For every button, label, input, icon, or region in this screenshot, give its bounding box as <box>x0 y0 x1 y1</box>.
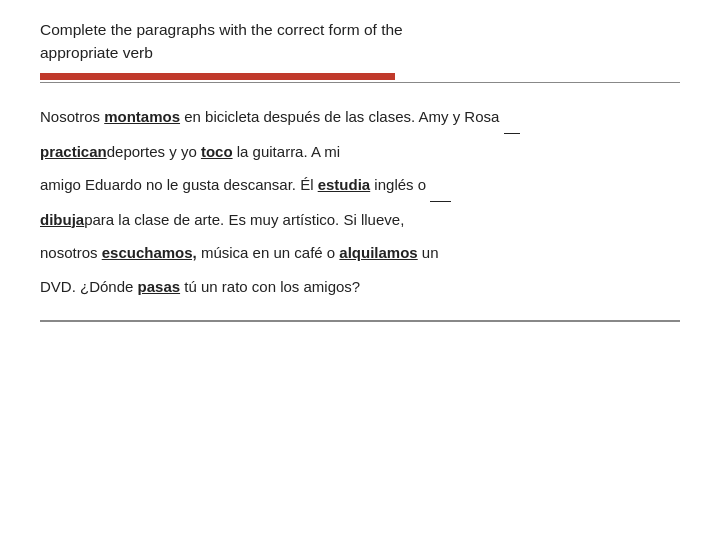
text-amigo: amigo Eduardo no le gusta descansar. Él <box>40 176 318 193</box>
blank-dibuja-pre <box>430 169 451 202</box>
paragraph-line-5: nosotros escuchamos, música en un café o… <box>40 237 680 269</box>
answer-pasas: pasas <box>138 278 181 295</box>
paragraph-line-2: practicandeportes y yo toco la guitarra.… <box>40 136 680 168</box>
text-un: un <box>418 244 439 261</box>
text-musica: música en un café o <box>197 244 340 261</box>
page-container: Complete the paragraphs with the correct… <box>0 0 720 540</box>
content-area: Nosotros montamos en bicicleta después d… <box>40 101 680 302</box>
title-line1: Complete the paragraphs with the correct… <box>40 18 680 41</box>
text-la-guitarra: la guitarra. A mi <box>233 143 341 160</box>
text-ingles: inglés o <box>370 176 426 193</box>
red-bar <box>40 73 395 80</box>
title-line2: appropriate verb <box>40 41 680 64</box>
top-divider <box>40 82 680 84</box>
text-dvd: DVD. ¿Dónde <box>40 278 138 295</box>
answer-escuchamos: escuchamos, <box>102 244 197 261</box>
text-en-bicicleta: en bicicleta después de las clases. Amy … <box>180 108 499 125</box>
paragraph-line-6: DVD. ¿Dónde pasas tú un rato con los ami… <box>40 271 680 303</box>
answer-montamos: montamos <box>104 108 180 125</box>
text-tu-un-rato: tú un rato con los amigos? <box>180 278 360 295</box>
answer-alquilamos: alquilamos <box>339 244 417 261</box>
paragraph-line-1: Nosotros montamos en bicicleta después d… <box>40 101 680 134</box>
answer-toco: toco <box>201 143 233 160</box>
answer-estudia: estudia <box>318 176 371 193</box>
answer-practican: practican <box>40 143 107 160</box>
paragraph-line-4: dibujapara la clase de arte. Es muy artí… <box>40 204 680 236</box>
answer-dibuja: dibuja <box>40 211 84 228</box>
title-block: Complete the paragraphs with the correct… <box>40 18 680 65</box>
text-para-clase: para la clase de arte. Es muy artístico.… <box>84 211 404 228</box>
paragraph-line-3: amigo Eduardo no le gusta descansar. Él … <box>40 169 680 202</box>
bottom-divider <box>40 320 680 322</box>
text-nosotros: Nosotros <box>40 108 104 125</box>
blank-rosa <box>504 101 521 134</box>
text-deportes: deportes y yo <box>107 143 201 160</box>
text-nosotros2: nosotros <box>40 244 102 261</box>
